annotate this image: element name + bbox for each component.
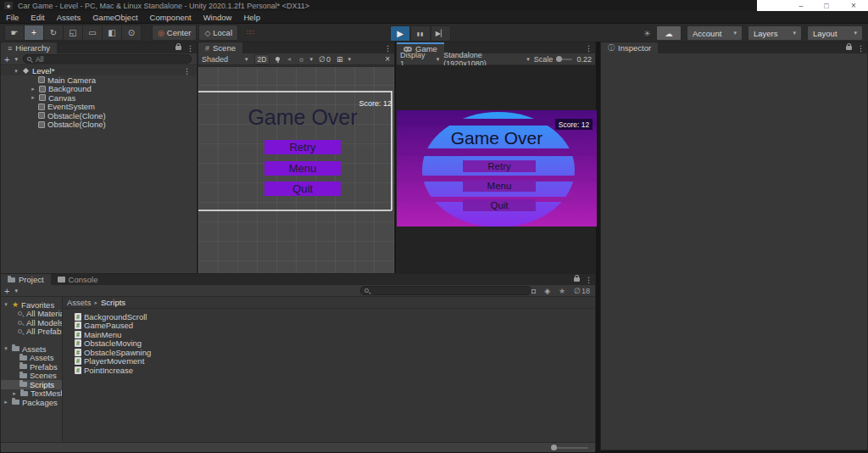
kebab-menu-icon[interactable]: ⋮ [183, 67, 191, 76]
scene-audio-toggle-icon[interactable]: ◄ [286, 56, 292, 62]
foldout-closed-icon[interactable]: ▸ [30, 86, 36, 92]
menu-edit[interactable]: Edit [25, 13, 50, 22]
hierarchy-item-eventsystem[interactable]: EventSystem [1, 103, 197, 112]
tab-hierarchy[interactable]: ≡ Hierarchy [1, 42, 57, 53]
step-button[interactable]: ▶▏ [431, 25, 451, 42]
shading-mode-dropdown[interactable]: Shaded ▾ [202, 55, 248, 64]
tree-all-models[interactable]: All Models [1, 318, 62, 327]
foldout-closed-icon[interactable]: ▸ [11, 390, 18, 397]
tree-all-prefabs[interactable]: All Prefabs [1, 327, 62, 337]
rect-tool-button[interactable]: ▭ [82, 25, 102, 41]
tree-folder-scenes[interactable]: Scenes [1, 372, 62, 381]
menu-gameobject[interactable]: GameObject [86, 13, 143, 22]
scale-slider[interactable] [557, 59, 572, 60]
hierarchy-item-canvas[interactable]: ▸ Canvas [1, 93, 197, 103]
hud-retry-button[interactable]: Retry [463, 160, 536, 172]
foldout-open-icon[interactable]: ▾ [3, 301, 9, 308]
tab-scene[interactable]: # Scene [198, 42, 242, 53]
hierarchy-item-main-camera[interactable]: Main Camera [1, 76, 197, 85]
scene-fx-dropdown[interactable]: ☼ ▾ [298, 55, 313, 64]
search-by-type-icon[interactable]: ◘ [531, 287, 536, 295]
layers-dropdown[interactable]: Layers ▾ [748, 25, 802, 41]
kebab-menu-icon[interactable]: ⋮ [585, 276, 593, 284]
hud-menu-button[interactable]: Menu [463, 180, 536, 192]
icon-size-slider[interactable] [553, 447, 588, 449]
close-button[interactable]: × [839, 1, 868, 10]
cloud-services-button[interactable]: ☁ [656, 25, 682, 41]
pivot-toggle-button[interactable]: ◎ Center [152, 25, 197, 41]
orientation-toggle-button[interactable]: ◇ Local [198, 25, 238, 41]
tab-inspector[interactable]: ⓘ Inspector [601, 42, 658, 53]
menu-help[interactable]: Help [237, 13, 266, 22]
kebab-menu-icon[interactable]: ⋮ [384, 44, 392, 53]
account-dropdown[interactable]: Account ▾ [687, 25, 743, 41]
kebab-menu-icon[interactable]: ⋮ [585, 44, 593, 53]
tree-folder-assets[interactable]: Assets [1, 354, 62, 363]
tree-folder-textmesh[interactable]: ▸ TextMesh [1, 389, 62, 399]
scene-viewport[interactable]: Score: 12 Game Over Retry Menu Quit [198, 65, 394, 274]
tree-packages-root[interactable]: ▸ Packages [1, 398, 62, 407]
hierarchy-item-obstacle-clone-2[interactable]: Obstacle(Clone) [1, 120, 197, 130]
tree-assets-root[interactable]: ▾ Assets [1, 344, 62, 354]
hidden-packages-toggle[interactable]: ∅ 18 [574, 287, 590, 295]
tab-console[interactable]: Console [51, 274, 105, 285]
kebab-menu-icon[interactable]: ⋮ [857, 44, 865, 53]
project-search-input[interactable] [360, 286, 531, 295]
menu-file[interactable]: File [0, 13, 25, 22]
search-by-label-icon[interactable]: ◈ [544, 287, 550, 295]
breadcrumb-scripts[interactable]: Scripts [101, 298, 125, 307]
tree-folder-scripts[interactable]: Scripts [1, 380, 62, 389]
play-button[interactable]: ▶ [390, 25, 409, 42]
tree-folder-prefabs[interactable]: Prefabs [1, 362, 62, 372]
progress-activity-icon[interactable]: ☀ [643, 29, 651, 38]
scene-hidden-objects-toggle[interactable]: ∅ 0 [319, 55, 331, 64]
asset-obstaclespawning[interactable]: # ObstacleSpawning [75, 348, 595, 357]
hierarchy-search-input[interactable]: All [23, 54, 192, 64]
minimize-button[interactable]: – [788, 2, 814, 10]
menu-assets[interactable]: Assets [51, 13, 87, 22]
chevron-down-icon[interactable]: ▾ [14, 56, 18, 63]
chevron-down-icon[interactable]: ▾ [14, 288, 18, 294]
menu-window[interactable]: Window [198, 13, 238, 22]
move-tool-button[interactable]: + [24, 25, 43, 41]
scene-grid-dropdown[interactable]: ⊞ ▾ [337, 55, 351, 64]
asset-playermovement[interactable]: # PlayerMovement [75, 357, 595, 366]
scale-tool-button[interactable]: ◱ [63, 25, 82, 41]
lock-icon[interactable] [574, 277, 580, 282]
scene-quit-button[interactable]: Quit [264, 182, 341, 196]
grid-snap-icon[interactable]: ∷∷ [247, 29, 253, 36]
asset-mainmenu[interactable]: # MainMenu [75, 330, 595, 339]
asset-obstaclemoving[interactable]: # ObstacleMoving [75, 339, 595, 349]
create-asset-button[interactable]: + [4, 286, 9, 296]
hierarchy-item-obstacle-clone-1[interactable]: Obstacle(Clone) [1, 111, 197, 120]
foldout-open-icon[interactable]: ▾ [3, 345, 9, 352]
scene-retry-button[interactable]: Retry [264, 140, 341, 154]
asset-backgroundscroll[interactable]: # BackgroundScroll [75, 312, 595, 322]
pause-button[interactable]: ▮▮ [410, 25, 430, 42]
foldout-open-icon[interactable]: ▾ [13, 68, 19, 75]
hierarchy-item-background[interactable]: ▸ Background [1, 85, 197, 94]
foldout-closed-icon[interactable]: ▸ [3, 399, 9, 405]
lock-icon[interactable] [175, 46, 181, 50]
hand-tool-button[interactable]: ☛ [4, 25, 24, 41]
icon-size-slider-knob[interactable] [551, 445, 557, 450]
create-object-button[interactable]: + [4, 54, 9, 64]
hud-quit-button[interactable]: Quit [463, 199, 536, 211]
rotate-tool-button[interactable]: ↻ [43, 25, 63, 41]
favorites-filter-icon[interactable]: ★ [559, 287, 565, 295]
scale-slider-knob[interactable] [556, 56, 562, 62]
tree-favorites[interactable]: ▾ ★ Favorites [1, 300, 62, 310]
foldout-closed-icon[interactable]: ▸ [30, 94, 36, 101]
lock-icon[interactable] [846, 46, 852, 50]
tab-project[interactable]: Project [1, 274, 51, 285]
menu-component[interactable]: Component [144, 13, 198, 22]
maximize-button[interactable]: □ [814, 2, 839, 10]
asset-pointincrease[interactable]: # PointIncrease [75, 366, 595, 375]
game-viewport[interactable]: Score: 12 Game Over Retry Menu Quit [397, 110, 597, 226]
custom-tool-button[interactable]: ⊙ [121, 25, 142, 41]
breadcrumb-assets[interactable]: Assets [67, 298, 92, 307]
scene-menu-button[interactable]: Menu [264, 161, 341, 176]
hierarchy-scene-row[interactable]: ▾ Level* ⋮ [1, 66, 197, 76]
transform-tool-button[interactable]: ◧ [102, 25, 121, 41]
scene-lighting-toggle-icon[interactable] [275, 57, 280, 61]
